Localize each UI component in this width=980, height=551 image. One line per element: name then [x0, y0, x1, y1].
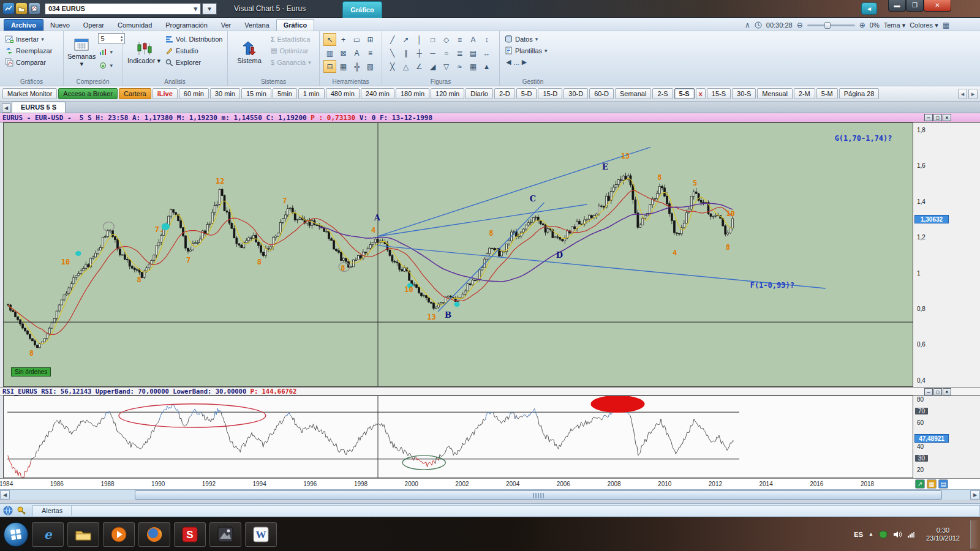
menu-tab-comunidad[interactable]: Comunidad	[111, 20, 159, 31]
symbol-options-button[interactable]: ▾	[202, 3, 217, 15]
tool-icon[interactable]: A	[350, 47, 363, 59]
restore-button[interactable]: ❐	[906, 0, 924, 12]
comparar-button[interactable]: Comparar	[4, 56, 61, 68]
menu-tab-grafico-active[interactable]: Gráfico	[276, 19, 315, 31]
tool-icon[interactable]: ╱	[386, 33, 399, 46]
menu-tab-ver[interactable]: Ver	[214, 20, 238, 31]
rsi-plot[interactable]	[3, 395, 913, 478]
period-tab-60-min[interactable]: 60 min	[179, 88, 209, 99]
period-tab-60-d[interactable]: 60-D	[589, 88, 614, 99]
plantillas-button[interactable]: Plantillas▾	[503, 45, 564, 56]
sistema-button[interactable]: Sistema	[232, 33, 267, 72]
pane-minimize-icon[interactable]: –	[924, 114, 933, 121]
tool-icon[interactable]: ↗	[399, 33, 412, 46]
candlestick-chart[interactable]: 81087.71287841013813845108ABCDEG(1,70-1,…	[4, 123, 913, 386]
compression-value-spinner[interactable]: 5 ▴▾	[98, 33, 125, 44]
period-tab-1-min[interactable]: 1 min	[298, 88, 325, 99]
menu-tab-nuevo[interactable]: Nuevo	[43, 20, 77, 31]
menu-tab-archivo[interactable]: Archivo	[4, 19, 43, 31]
period-tab-15-min[interactable]: 15 min	[241, 88, 271, 99]
horizontal-scrollbar[interactable]: ◀ ▶	[0, 489, 980, 500]
taskbar-app-internet-explorer[interactable]: e	[32, 522, 64, 547]
tool-icon[interactable]: ▦	[467, 60, 480, 73]
tool-icon[interactable]: ⊞	[364, 33, 377, 46]
tool-icon[interactable]: ─	[426, 47, 439, 59]
taskbar-app-word[interactable]: W	[245, 522, 277, 547]
tool-icon[interactable]: ╳	[386, 60, 399, 73]
estudio-button[interactable]: Estudio	[164, 45, 224, 56]
menu-tab-programación[interactable]: Programación	[159, 20, 214, 31]
minimize-button[interactable]: ▬	[888, 0, 906, 12]
tool-icon[interactable]: ╲	[386, 47, 399, 59]
tool-icon[interactable]: ▧	[364, 60, 377, 73]
tool-icon[interactable]: ⊠	[337, 47, 350, 59]
compression-bars-button[interactable]: ▾	[98, 46, 125, 58]
antivirus-tray-icon[interactable]	[879, 530, 888, 539]
price-plot[interactable]: 81087.71287841013813845108ABCDEG(1,70-1,…	[3, 122, 913, 387]
datos-button[interactable]: Datos▾	[503, 33, 564, 45]
taskbar-app-photo-app[interactable]	[209, 522, 241, 547]
price-axis[interactable]: 1,81,61,41,210,80,60,41,30632	[913, 122, 980, 387]
show-desktop-button[interactable]	[970, 520, 978, 549]
period-tab-180-min[interactable]: 180 min	[396, 88, 429, 99]
new-chart-icon[interactable]	[29, 3, 40, 14]
workspace-tab-ilive[interactable]: iLive	[153, 88, 178, 99]
workspace-tab-cartera[interactable]: Cartera	[119, 88, 151, 99]
tool-icon[interactable]: □	[426, 33, 439, 46]
tool-icon[interactable]: ≡	[453, 33, 466, 46]
tool-icon[interactable]: ∠	[413, 60, 426, 73]
compression-mode-button[interactable]: ▾	[98, 59, 125, 71]
period-scroll-left-icon[interactable]: ◂	[958, 89, 967, 99]
gestion-prev-icon[interactable]: ◀	[506, 58, 511, 66]
rsi-axis[interactable]: 80706040302047,48921	[913, 395, 980, 478]
period-tab-2-d[interactable]: 2-D	[494, 88, 515, 99]
close-button[interactable]: ✕	[924, 0, 951, 12]
workspace-tab-market-monitor[interactable]: Market Monitor	[2, 88, 57, 99]
taskbar-app-media-player[interactable]	[103, 522, 135, 547]
tool-icon[interactable]: ≡	[364, 47, 377, 59]
workspace-tab-acceso-a-broker[interactable]: Acceso a Broker	[58, 88, 118, 99]
close-period-icon[interactable]: x	[696, 88, 706, 99]
period-tab-5min[interactable]: 5min	[273, 88, 297, 99]
period-tab-5-d[interactable]: 5-D	[516, 88, 537, 99]
vol-distribution-button[interactable]: Vol. Distribution	[164, 33, 224, 45]
symbol-selector[interactable]: 034 EURUS ▾	[45, 3, 201, 15]
period-tab-30-min[interactable]: 30 min	[210, 88, 240, 99]
semanas-button[interactable]: Semanas ▾	[67, 33, 96, 72]
clock[interactable]: 0:30 23/10/2012	[926, 527, 960, 542]
tool-icon[interactable]: ↖	[323, 33, 336, 46]
calendar-icon[interactable]: ▤	[938, 479, 948, 489]
doc-scroll-left-icon[interactable]: ◀	[2, 103, 10, 113]
gestion-more-button[interactable]: ...	[513, 59, 519, 66]
period-tab-120-min[interactable]: 120 min	[431, 88, 464, 99]
period-tab-240-min[interactable]: 240 min	[361, 88, 394, 99]
back-button[interactable]: ◂	[861, 2, 877, 15]
colores-menu[interactable]: Colores ▾	[910, 21, 938, 29]
tool-icon[interactable]: ⊟	[323, 60, 336, 73]
hidden-icons-chevron[interactable]: ▲	[869, 531, 873, 537]
pane-maximize-icon[interactable]: □	[933, 114, 942, 121]
rsi-chart[interactable]	[4, 396, 913, 478]
app-logo-icon[interactable]	[3, 3, 14, 14]
collapse-ribbon-icon[interactable]: ∧	[745, 21, 750, 29]
network-icon[interactable]	[907, 531, 916, 538]
scroll-left-icon[interactable]: ◀	[0, 490, 10, 500]
period-tab-480-min[interactable]: 480 min	[326, 88, 360, 99]
menu-tab-ventana[interactable]: Ventana	[238, 20, 276, 31]
period-tab-5-m[interactable]: 5-M	[816, 88, 838, 99]
tool-icon[interactable]: ┼	[413, 47, 426, 59]
period-tab-2-m[interactable]: 2-M	[794, 88, 815, 99]
tool-icon[interactable]: ≣	[453, 47, 466, 59]
indicador-button[interactable]: Indicador ▾	[126, 33, 162, 72]
alertas-tab[interactable]: Alertas	[33, 506, 72, 515]
taskbar-app-trading-app[interactable]: S	[174, 522, 206, 547]
period-tab-semanal[interactable]: Semanal	[615, 88, 651, 99]
period-tab-15-s[interactable]: 15-S	[707, 88, 731, 99]
tema-menu[interactable]: Tema ▾	[884, 21, 905, 29]
scroll-right-icon[interactable]: ▶	[970, 490, 980, 500]
context-tab-grafico[interactable]: Gráfico	[342, 1, 382, 18]
zoom-in-icon[interactable]: ⊕	[859, 21, 865, 29]
zoom-slider[interactable]	[807, 24, 855, 26]
language-indicator[interactable]: ES	[854, 531, 863, 538]
indicator-shortcut-icon[interactable]: ↗	[915, 479, 925, 489]
